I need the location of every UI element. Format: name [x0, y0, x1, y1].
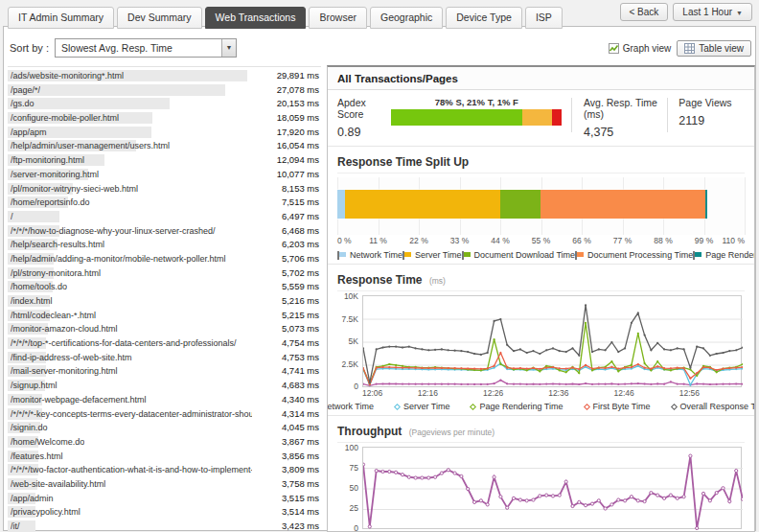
split-up-chart	[337, 177, 745, 235]
transaction-row[interactable]: /pl/monitor-witryny-sieci-web.html8,153 …	[8, 182, 321, 197]
divider	[571, 98, 572, 132]
transaction-row[interactable]: /find-ip-address-of-web-site.htm4,753 ms	[8, 351, 321, 365]
time-range-dropdown[interactable]: Last 1 Hour▼	[673, 3, 752, 21]
axis-tick-label: 22 %	[409, 236, 427, 245]
transaction-url: /signup.html	[11, 380, 58, 391]
legend-item-network-time[interactable]: Network Time	[327, 402, 374, 411]
transaction-url: /web-site-availability.html	[11, 478, 105, 490]
legend-flag-icon	[693, 251, 702, 260]
transaction-row[interactable]: /gs.do20,153 ms	[8, 97, 321, 111]
legend-item-network-time[interactable]: Network Time	[337, 250, 402, 260]
transaction-row[interactable]: /index.html5,216 ms	[8, 294, 321, 309]
legend-diamond-icon	[470, 403, 476, 409]
transaction-row[interactable]: /app/admin3,515 ms	[8, 492, 321, 506]
tab-bar: IT Admin SummaryDev SummaryWeb Transacti…	[8, 7, 563, 29]
transaction-row[interactable]: /pl/strony-monitora.html5,702 ms	[8, 266, 321, 281]
tab-device-type[interactable]: Device Type	[446, 7, 522, 29]
transaction-row[interactable]: /app/apm17,920 ms	[8, 126, 321, 140]
sort-select-value: Slowest Avg. Resp. Time	[61, 42, 172, 54]
transaction-row[interactable]: /ads/website-monitoring*.html29,891 ms	[8, 69, 321, 83]
transaction-row[interactable]: /features.html3,856 ms	[8, 450, 321, 464]
axis-tick-label: 7.5K	[342, 314, 359, 324]
transaction-row[interactable]: /home/reportsinfo.do7,515 ms	[8, 196, 321, 210]
legend-item-document-download-time[interactable]: Document Download Time	[462, 250, 576, 260]
page-views-block: Page Views 2119	[678, 97, 745, 127]
transaction-row[interactable]: /configure-mobile-poller.html18,059 ms	[8, 111, 321, 126]
axis-tick-label: 0	[354, 382, 358, 391]
transaction-row[interactable]: /*/*/*/top-*-certifications-for-data-cen…	[8, 336, 321, 351]
throughput-section: Throughput (Pageviews per minute) 025507…	[328, 415, 754, 532]
tab-it-admin-summary[interactable]: IT Admin Summary	[8, 7, 114, 29]
transaction-row[interactable]: /6,497 ms	[8, 210, 321, 224]
transaction-row[interactable]: /server-monitoring.html10,077 ms	[8, 168, 321, 182]
transaction-url: /find-ip-address-of-web-site.htm	[11, 352, 132, 363]
graph-view-button[interactable]: Graph view	[609, 43, 672, 54]
transaction-row[interactable]: /home/Welcome.do3,867 ms	[8, 435, 321, 450]
transaction-row[interactable]: /mail-server-monitoring.html4,741 ms	[8, 364, 321, 379]
legend-item-overall-response-time[interactable]: Overall Response Time	[672, 402, 755, 411]
transaction-row[interactable]: /monitor-webpage-defacement.html4,340 ms	[8, 393, 321, 407]
axis-tick-label: 75	[350, 463, 358, 473]
transaction-row[interactable]: /page/*/27,078 ms	[8, 83, 321, 98]
transaction-row[interactable]: /*/*/*/two-factor-authentication-what-it…	[8, 463, 321, 477]
legend-item-page-rendering-time[interactable]: Page Rendering Time	[693, 250, 755, 260]
back-button[interactable]: < Back	[620, 3, 669, 21]
tab-isp[interactable]: ISP	[525, 7, 563, 29]
axis-tick-label: 88 %	[654, 236, 672, 245]
axis-tick-label: 12:36	[548, 388, 568, 398]
legend-item-document-processing-time[interactable]: Document Processing Time	[575, 250, 693, 260]
tab-web-transactions[interactable]: Web Transactions	[205, 7, 307, 29]
transaction-row[interactable]: /help/admin/adding-a-monitor/mobile-netw…	[8, 252, 321, 266]
transaction-url: /html/codeclean-*.html	[11, 310, 96, 321]
split-up-stacked-bar	[337, 190, 707, 219]
table-view-label: Table view	[699, 43, 744, 54]
transaction-row[interactable]: /web-site-availability.html3,758 ms	[8, 477, 321, 492]
legend-label: Page Rendering Time	[479, 402, 563, 411]
transaction-url: /home/reportsinfo.do	[11, 197, 90, 208]
axis-tick-label: 66 %	[572, 236, 590, 245]
summary-panel: All Transactions/Pages Apdex Score 0.89 …	[327, 65, 755, 532]
transaction-value: 5,215 ms	[282, 310, 319, 321]
axis-tick-label: 5K	[349, 336, 358, 346]
transaction-url: /monitor-amazon-cloud.html	[11, 323, 118, 335]
transaction-url: /	[11, 211, 13, 222]
split-up-title: Response Time Split Up	[337, 155, 469, 169]
y-axis-labels: 0255075100	[338, 448, 360, 528]
transaction-row[interactable]: /it/3,423 ms	[8, 520, 321, 532]
transaction-row[interactable]: /ftp-monitoring.html12,094 ms	[8, 153, 321, 168]
transaction-row[interactable]: /signin.do4,045 ms	[8, 421, 321, 435]
segment-page-rendering-time	[705, 190, 708, 219]
transaction-row[interactable]: /signup.html4,683 ms	[8, 379, 321, 393]
transaction-value: 4,741 ms	[282, 365, 319, 377]
transaction-row[interactable]: /privacypolicy.html3,514 ms	[8, 505, 321, 520]
transaction-value: 5,216 ms	[282, 295, 319, 307]
transaction-row[interactable]: /home/tools.do5,559 ms	[8, 280, 321, 294]
transaction-row[interactable]: /help/admin/user-management/users.html16…	[8, 139, 321, 153]
transaction-row[interactable]: /*/*/*/how-to-diagnose-why-your-linux-se…	[8, 224, 321, 239]
tab-browser[interactable]: Browser	[309, 7, 367, 29]
transaction-row[interactable]: /help/search-results.html6,203 ms	[8, 238, 321, 252]
axis-tick-label: 110 %	[723, 236, 745, 245]
transaction-row[interactable]: /*/*/*/*-key-concepts-terms-every-datace…	[8, 407, 321, 422]
tab-geographic[interactable]: Geographic	[370, 7, 443, 29]
transaction-value: 5,559 ms	[282, 281, 319, 292]
gridline	[745, 177, 746, 235]
table-view-button[interactable]: Table view	[677, 40, 751, 57]
axis-tick-label: 12:56	[679, 388, 700, 398]
transaction-row[interactable]: /html/codeclean-*.html5,215 ms	[8, 309, 321, 323]
legend-item-server-time[interactable]: Server Time	[395, 402, 450, 411]
avg-resp-block: Avg. Resp. Time (ms) 4,375	[584, 97, 667, 139]
transaction-url: /signin.do	[11, 422, 48, 433]
legend-item-page-rendering-time[interactable]: Page Rendering Time	[471, 402, 563, 411]
apdex-score-block: Apdex Score 0.89	[337, 97, 391, 139]
legend-item-first-byte-time[interactable]: First Byte Time	[585, 402, 651, 411]
axis-tick-label: 25	[350, 503, 358, 513]
x-axis-labels: 12:0612:1612:2612:3612:4612:56	[362, 387, 742, 399]
legend-item-server-time[interactable]: Server Time	[402, 250, 462, 260]
axis-tick-label: 100	[345, 443, 358, 452]
transaction-row[interactable]: /monitor-amazon-cloud.html5,073 ms	[8, 322, 321, 336]
axis-tick-label: 55 %	[532, 236, 550, 245]
tab-dev-summary[interactable]: Dev Summary	[117, 7, 202, 29]
sort-select[interactable]: Slowest Avg. Resp. Time ▼	[55, 38, 237, 58]
transaction-value: 3,758 ms	[282, 478, 319, 490]
